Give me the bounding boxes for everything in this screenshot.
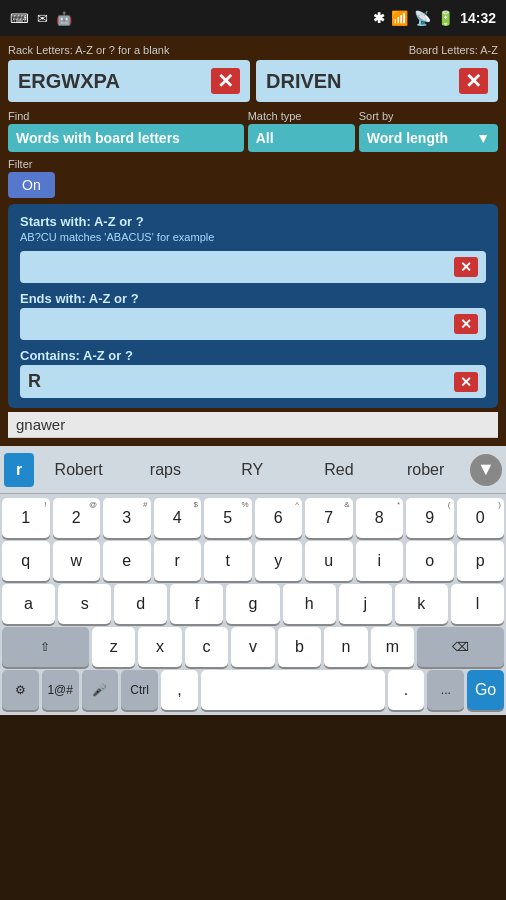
key-9[interactable]: (9: [406, 498, 454, 538]
key-3[interactable]: #3: [103, 498, 151, 538]
sort-group: Sort by Word length ▼: [359, 110, 498, 152]
ctrl-key[interactable]: Ctrl: [121, 670, 158, 710]
key-u[interactable]: u: [305, 541, 353, 581]
ends-with-input[interactable]: [28, 316, 454, 333]
key-z[interactable]: z: [92, 627, 135, 667]
key-7[interactable]: &7: [305, 498, 353, 538]
rack-clear-button[interactable]: ✕: [211, 68, 240, 94]
backspace-key[interactable]: ⌫: [417, 627, 504, 667]
find-value: Words with board letters: [16, 130, 180, 146]
result-word: gnawer: [16, 416, 65, 433]
board-input[interactable]: DRIVEN ✕: [256, 60, 498, 102]
key-i[interactable]: i: [356, 541, 404, 581]
rack-input[interactable]: ERGWXPA ✕: [8, 60, 250, 102]
key-m[interactable]: m: [371, 627, 414, 667]
key-y[interactable]: y: [255, 541, 303, 581]
starts-with-clear-button[interactable]: ✕: [454, 257, 478, 277]
signal-icon: 📡: [414, 10, 431, 26]
key-r[interactable]: r: [154, 541, 202, 581]
sort-select[interactable]: Word length ▼: [359, 124, 498, 152]
autocomplete-ry[interactable]: RY: [210, 453, 295, 487]
autocomplete-active[interactable]: r: [4, 453, 34, 487]
board-label: Board Letters: A-Z: [409, 44, 498, 56]
settings-key[interactable]: ⚙: [2, 670, 39, 710]
key-l[interactable]: l: [451, 584, 504, 624]
board-clear-button[interactable]: ✕: [459, 68, 488, 94]
key-1[interactable]: !1: [2, 498, 50, 538]
shift-key[interactable]: ⇧: [2, 627, 89, 667]
status-bar: ⌨ ✉ 🤖 ✱ 📶 📡 🔋 14:32: [0, 0, 506, 36]
key-6[interactable]: ^6: [255, 498, 303, 538]
contains-clear-button[interactable]: ✕: [454, 372, 478, 392]
key-g[interactable]: g: [226, 584, 279, 624]
keyboard: !1 @2 #3 $4 %5 ^6 &7 *8 (9 )0 q w e r t …: [0, 494, 506, 715]
filter-value: On: [22, 177, 41, 193]
key-4-sub: $: [194, 500, 198, 509]
filter-button[interactable]: On: [8, 172, 55, 198]
ends-with-input-row[interactable]: ✕: [20, 308, 486, 340]
ellipsis-key[interactable]: ...: [427, 670, 464, 710]
key-t[interactable]: t: [204, 541, 252, 581]
period-key[interactable]: .: [388, 670, 425, 710]
autocomplete-expand-button[interactable]: ▼: [470, 454, 502, 486]
autocomplete-raps[interactable]: raps: [123, 453, 208, 487]
key-4[interactable]: $4: [154, 498, 202, 538]
key-a[interactable]: a: [2, 584, 55, 624]
app-area: Rack Letters: A-Z or ? for a blank Board…: [0, 36, 506, 446]
sort-label: Sort by: [359, 110, 498, 122]
letter-inputs-row: ERGWXPA ✕ DRIVEN ✕: [8, 60, 498, 102]
match-group: Match type All: [248, 110, 355, 152]
autocomplete-rober[interactable]: rober: [383, 453, 468, 487]
key-c[interactable]: c: [185, 627, 228, 667]
autocomplete-red[interactable]: Red: [296, 453, 381, 487]
key-w[interactable]: w: [53, 541, 101, 581]
key-h[interactable]: h: [283, 584, 336, 624]
contains-input-row[interactable]: R ✕: [20, 365, 486, 398]
key-8[interactable]: *8: [356, 498, 404, 538]
comma-key[interactable]: ,: [161, 670, 198, 710]
controls-row: Find Words with board letters Match type…: [8, 110, 498, 152]
space-key[interactable]: [201, 670, 385, 710]
rack-value: ERGWXPA: [18, 70, 120, 93]
autocomplete-bar: r Robert raps RY Red rober ▼: [0, 446, 506, 494]
key-v[interactable]: v: [231, 627, 274, 667]
bluetooth-icon: ✱: [373, 10, 385, 26]
key-5-sub: %: [241, 500, 248, 509]
match-select[interactable]: All: [248, 124, 355, 152]
key-p[interactable]: p: [457, 541, 505, 581]
num-label: 1@#: [47, 683, 73, 697]
find-label: Find: [8, 110, 244, 122]
find-select[interactable]: Words with board letters: [8, 124, 244, 152]
match-label: Match type: [248, 110, 355, 122]
key-e[interactable]: e: [103, 541, 151, 581]
starts-with-input-row[interactable]: ✕: [20, 251, 486, 283]
key-n[interactable]: n: [324, 627, 367, 667]
android-icon: 🤖: [56, 11, 72, 26]
keyboard-row-numbers: !1 @2 #3 $4 %5 ^6 &7 *8 (9 )0: [2, 498, 504, 538]
key-2[interactable]: @2: [53, 498, 101, 538]
battery-icon: 🔋: [437, 10, 454, 26]
ends-with-clear-button[interactable]: ✕: [454, 314, 478, 334]
key-o[interactable]: o: [406, 541, 454, 581]
key-j[interactable]: j: [339, 584, 392, 624]
starts-with-hint: AB?CU matches 'ABACUS' for example: [20, 231, 486, 243]
key-b[interactable]: b: [278, 627, 321, 667]
key-s[interactable]: s: [58, 584, 111, 624]
key-0[interactable]: )0: [457, 498, 505, 538]
key-d[interactable]: d: [114, 584, 167, 624]
key-q[interactable]: q: [2, 541, 50, 581]
starts-with-input[interactable]: [28, 259, 454, 276]
key-5[interactable]: %5: [204, 498, 252, 538]
key-k[interactable]: k: [395, 584, 448, 624]
num-key[interactable]: 1@#: [42, 670, 79, 710]
go-key[interactable]: Go: [467, 670, 504, 710]
key-0-sub: ): [498, 500, 501, 509]
autocomplete-robert[interactable]: Robert: [36, 453, 121, 487]
key-f[interactable]: f: [170, 584, 223, 624]
key-x[interactable]: x: [138, 627, 181, 667]
starts-with-title: Starts with: A-Z or ?: [20, 214, 486, 229]
mic-key[interactable]: 🎤: [82, 670, 119, 710]
key-2-sub: @: [89, 500, 97, 509]
backspace-icon: ⌫: [452, 640, 469, 654]
filter-row: Filter On: [8, 158, 498, 198]
